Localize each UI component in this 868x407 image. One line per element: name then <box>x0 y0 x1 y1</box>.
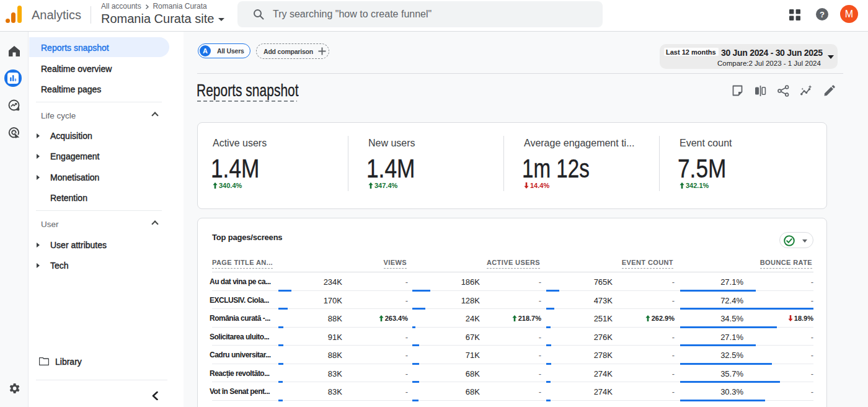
svg-text:?: ? <box>820 10 825 19</box>
